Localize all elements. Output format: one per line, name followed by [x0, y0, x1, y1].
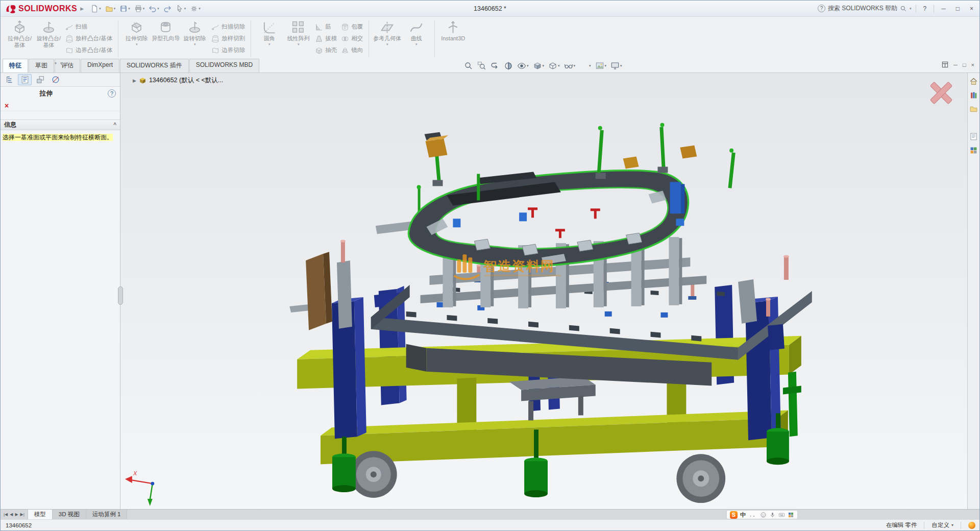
undo-button[interactable]: ▾	[147, 4, 161, 14]
extrude-cut-button[interactable]: 拉伸切除▾	[122, 18, 151, 46]
draft-button[interactable]: 拔模	[313, 33, 339, 44]
shell-button[interactable]: 抽壳	[313, 44, 339, 56]
tab-dimxpert[interactable]: DimXpert	[81, 59, 119, 73]
print-button[interactable]: ▾	[133, 4, 146, 14]
info-section-header[interactable]: 信息 ^	[1, 119, 120, 130]
next-tab-button[interactable]: ▶	[15, 512, 18, 517]
feature-manager-tab[interactable]	[3, 74, 16, 85]
sogou-ime-icon[interactable]: S	[730, 511, 738, 519]
sweep-button[interactable]: 扫描	[63, 21, 114, 33]
curves-button[interactable]: 曲线▾	[402, 18, 431, 46]
panel-splitter-handle[interactable]	[118, 286, 123, 305]
view-orientation-button[interactable]: ▾	[531, 61, 546, 71]
intersect-button[interactable]: 相交	[339, 33, 365, 44]
boundary-boss-button[interactable]: 边界凸台/基体	[63, 44, 114, 56]
file-explorer-icon[interactable]	[969, 105, 978, 113]
status-ball-icon[interactable]	[968, 522, 975, 529]
property-manager-tab[interactable]	[18, 74, 32, 85]
forum-icon[interactable]	[969, 146, 978, 155]
loft-icon	[65, 35, 74, 43]
status-editing-label: 在编辑 零件	[886, 521, 917, 529]
display-manager-tab[interactable]	[64, 74, 78, 85]
doc-minimize-button[interactable]: ─	[953, 62, 958, 68]
intersect-icon	[341, 35, 349, 43]
fillet-icon	[262, 20, 277, 35]
revolve-cut-button[interactable]: 旋转切除▾	[180, 18, 209, 46]
ime-toolbox-icon[interactable]	[788, 512, 794, 518]
minimize-button[interactable]: ─	[938, 5, 949, 12]
status-custom-dropdown[interactable]: 自定义 ▾	[932, 521, 953, 529]
edit-appearance-button[interactable]: ▾	[578, 61, 593, 71]
reference-geometry-button[interactable]: 参考几何体▾	[373, 18, 402, 46]
collapse-chevron-icon: ^	[113, 122, 116, 128]
options-button[interactable]: ▾	[188, 4, 202, 14]
ime-emoji-icon[interactable]	[760, 512, 767, 518]
pm-cancel-button[interactable]: ×	[5, 102, 9, 109]
view-settings-button[interactable]: ▾	[609, 61, 624, 71]
select-button[interactable]: ▾	[174, 4, 188, 14]
tab-sketch[interactable]: 草图	[29, 59, 54, 73]
ime-mic-icon[interactable]	[769, 512, 776, 518]
mirror-button[interactable]: 镜向	[339, 44, 365, 56]
graphics-area[interactable]: 智造资料网 X ▶ 13460652 (默认 < <默认...	[120, 73, 967, 509]
tile-windows-icon[interactable]	[942, 61, 948, 68]
appearances-icon[interactable]	[969, 118, 978, 127]
section-view-button[interactable]	[502, 61, 514, 71]
tab-motion-study[interactable]: 运动算例 1	[86, 510, 128, 519]
tab-mbd[interactable]: SOLIDWORKS MBD	[189, 59, 259, 73]
tree-expand-icon[interactable]: ▶	[133, 78, 136, 83]
annotation-visibility-button[interactable]: ▾	[516, 61, 530, 71]
fillet-button[interactable]: 圆角▾	[255, 18, 284, 46]
custom-properties-icon[interactable]	[969, 132, 978, 141]
tab-3d-views[interactable]: 3D 视图	[53, 510, 86, 519]
hide-show-items-button[interactable]: ▾	[562, 61, 577, 71]
configuration-manager-tab[interactable]	[33, 74, 47, 85]
pm-help-icon[interactable]: ?	[108, 89, 116, 98]
wrap-button[interactable]: 包覆	[339, 21, 365, 33]
loft-button[interactable]: 放样凸台/基体	[63, 33, 114, 44]
resources-home-icon[interactable]	[969, 77, 978, 86]
confirmation-corner-cancel[interactable]	[926, 78, 956, 110]
design-library-icon[interactable]	[969, 91, 978, 100]
tab-model[interactable]: 模型	[28, 510, 53, 519]
extrude-boss-button[interactable]: 拉伸凸台/基体	[5, 18, 34, 48]
help-button[interactable]: ?	[920, 5, 930, 12]
divider	[961, 522, 961, 529]
loft-cut-button[interactable]: 放样切割	[209, 33, 247, 44]
model-3d-fixture-cart[interactable]: 智造资料网 X	[120, 73, 967, 509]
feature-tree-flyout[interactable]: ▶ 13460652 (默认 < <默认...	[133, 76, 223, 85]
display-style-button[interactable]: ▾	[547, 61, 561, 71]
new-document-button[interactable]: ▾	[89, 4, 103, 14]
ime-keyboard-icon[interactable]	[778, 512, 785, 518]
linear-pattern-button[interactable]: 线性阵列▾	[284, 18, 313, 46]
revolve-boss-button[interactable]: 旋转凸台/基体	[34, 18, 63, 48]
first-tab-button[interactable]: |◀	[4, 512, 8, 517]
previous-view-button[interactable]	[489, 61, 501, 71]
hole-wizard-button[interactable]: 异型孔向导	[151, 18, 180, 42]
zoom-fit-button[interactable]	[462, 61, 475, 71]
last-tab-button[interactable]: ▶|	[20, 512, 24, 517]
ime-punctuation-toggle[interactable]: ，。	[748, 512, 757, 518]
tab-addins[interactable]: SOLIDWORKS 插件	[120, 59, 189, 73]
ime-language-toggle[interactable]: 中	[740, 511, 746, 519]
rib-button[interactable]: 筋	[313, 21, 339, 33]
tab-features[interactable]: 特征	[3, 59, 28, 73]
apply-scene-button[interactable]: ▾	[594, 61, 608, 71]
redo-button[interactable]	[162, 4, 173, 14]
save-button[interactable]: ▾	[118, 4, 132, 14]
open-button[interactable]: ▾	[104, 4, 117, 14]
boundary-boss-icon	[65, 46, 74, 55]
doc-restore-button[interactable]: □	[963, 62, 966, 68]
panel-grip[interactable]: ● ● ●	[52, 61, 72, 65]
dimxpert-manager-tab[interactable]	[48, 74, 62, 85]
help-search[interactable]: ? 搜索 SOLIDWORKS 帮助 ▾	[818, 4, 912, 13]
menu-expand-icon[interactable]: ▶	[80, 6, 84, 11]
prev-tab-button[interactable]: ◀	[10, 512, 13, 517]
sweep-cut-button[interactable]: 扫描切除	[209, 21, 247, 33]
restore-button[interactable]: □	[953, 5, 963, 12]
zoom-area-button[interactable]	[476, 61, 488, 71]
close-button[interactable]: ×	[967, 5, 976, 12]
doc-close-button[interactable]: ×	[971, 62, 974, 68]
boundary-cut-button[interactable]: 边界切除	[209, 44, 247, 56]
instant3d-button[interactable]: Instant3D	[438, 18, 468, 42]
